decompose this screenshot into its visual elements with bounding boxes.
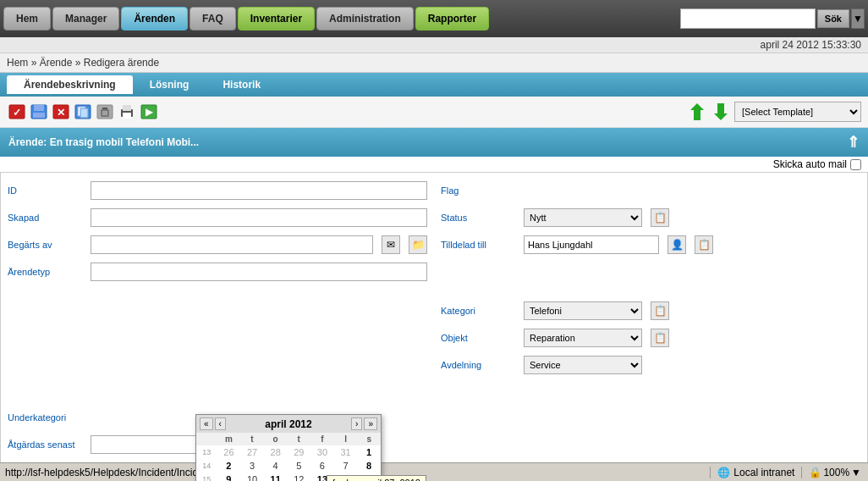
cal-sun-header: s xyxy=(357,433,381,445)
objekt-select[interactable]: Reparation xyxy=(524,329,642,347)
avdelning-label: Avdelning xyxy=(441,360,517,370)
tab-losning[interactable]: Lösning xyxy=(133,75,206,94)
cal-wk-13: 13 xyxy=(196,445,217,459)
arendetyp-label: Ärendetyp xyxy=(8,267,84,277)
zoom-dropdown-icon[interactable]: ▼ xyxy=(851,467,861,478)
tab-arendebeskrivning[interactable]: Ärendebeskrivning xyxy=(7,75,133,94)
svg-rect-9 xyxy=(80,108,88,118)
objekt-label: Objekt xyxy=(441,333,517,343)
intranet-label: Local intranet xyxy=(733,467,794,478)
row-tilldelad: Tilldelad till 👤 📋 xyxy=(441,234,860,256)
cal-day[interactable]: 30 xyxy=(310,445,334,459)
row-arendetyp: Ärendetyp xyxy=(8,261,427,283)
print-icon[interactable] xyxy=(117,102,137,122)
datetime-display: april 24 2012 15:33:30 xyxy=(761,39,861,51)
nav-hem[interactable]: Hem xyxy=(3,7,51,30)
search-dropdown-btn[interactable]: ▼ xyxy=(851,8,865,29)
cal-day[interactable]: 31 xyxy=(334,445,358,459)
row-flag: Flag xyxy=(441,180,860,202)
search-input[interactable] xyxy=(680,8,816,29)
status-bar: http://lsf-helpdesk5/Helpdesk/Incident/I… xyxy=(0,462,868,481)
avdelning-select[interactable]: Service xyxy=(524,356,642,374)
copy-icon[interactable] xyxy=(73,102,93,122)
trash-icon[interactable] xyxy=(95,102,115,122)
atgardas-label: Åtgärdas senast xyxy=(8,440,84,450)
nav-inventarier[interactable]: Inventarier xyxy=(238,7,315,30)
svg-rect-18 xyxy=(123,113,131,119)
cal-day[interactable]: 3 xyxy=(240,459,264,473)
calendar-overlay: « ‹ april 2012 › » m xyxy=(195,414,382,481)
cal-tooltip: fredag, april 27, 2012 xyxy=(327,475,426,481)
id-input[interactable] xyxy=(91,181,427,200)
spacer-right xyxy=(441,261,860,295)
cal-day[interactable]: 29 xyxy=(287,445,310,459)
cal-sat-header: l xyxy=(334,433,358,445)
status-intranet: 🌐 Local intranet xyxy=(710,467,801,478)
delete-icon[interactable]: ✕ xyxy=(51,102,71,122)
export-icon[interactable]: ▶ xyxy=(139,102,159,122)
cal-prev-prev[interactable]: « xyxy=(200,417,213,430)
folder-icon[interactable]: 📁 xyxy=(409,235,427,254)
section-title: Ärende: En trasig mobil Telefoni Mobi... xyxy=(8,136,199,148)
kategori-label: Kategori xyxy=(441,306,517,316)
atgardas-input[interactable] xyxy=(91,435,209,454)
globe-icon: 🌐 xyxy=(717,467,730,478)
nav-administration[interactable]: Administration xyxy=(316,7,414,30)
cal-next[interactable]: › xyxy=(351,417,362,430)
cal-next-next[interactable]: » xyxy=(364,417,377,430)
cal-day[interactable]: 5 xyxy=(287,459,310,473)
begarts-av-input[interactable] xyxy=(91,235,373,254)
arrow-down-icon[interactable] xyxy=(687,102,707,122)
status-zoom: 🔒 100% ▼ xyxy=(801,467,868,478)
cal-day[interactable]: 8 xyxy=(357,459,381,473)
id-label: ID xyxy=(8,185,84,196)
tilldelad-input[interactable] xyxy=(524,235,659,254)
cal-prev[interactable]: ‹ xyxy=(215,417,226,430)
search-button[interactable]: Sök xyxy=(817,9,849,28)
cal-day[interactable]: 27 xyxy=(240,445,264,459)
cal-wk-header xyxy=(196,433,217,445)
user-icon[interactable]: 👤 xyxy=(667,235,686,254)
cal-day[interactable]: 6 xyxy=(310,459,334,473)
skapad-input[interactable] xyxy=(91,208,427,227)
status-select[interactable]: Nytt xyxy=(524,208,642,227)
nav-faq[interactable]: FAQ xyxy=(190,7,236,30)
template-select[interactable]: [Select Template] xyxy=(734,102,861,122)
tab-historik[interactable]: Historik xyxy=(206,75,277,94)
cal-day[interactable]: 11 xyxy=(264,473,288,481)
nav-rapporter[interactable]: Rapporter xyxy=(415,7,489,30)
cal-tue-header: t xyxy=(240,433,264,445)
nav-manager[interactable]: Manager xyxy=(52,7,119,30)
objekt-copy-icon[interactable]: 📋 xyxy=(651,329,669,347)
cal-day[interactable]: 10 xyxy=(240,473,264,481)
cal-day[interactable]: 1 xyxy=(357,445,381,459)
svg-rect-4 xyxy=(33,113,45,118)
tilldelad-label: Tilldelad till xyxy=(441,240,517,250)
flag-label: Flag xyxy=(441,185,517,196)
save-icon[interactable] xyxy=(29,102,49,122)
skapad-label: Skapad xyxy=(8,213,84,223)
kategori-copy-icon[interactable]: 📋 xyxy=(651,301,669,320)
kategori-select[interactable]: Telefoni xyxy=(524,301,642,320)
save-check-icon[interactable]: ✓ xyxy=(7,102,27,122)
cal-week-13: 13 26 27 28 29 30 31 1 xyxy=(196,445,381,459)
cal-thu-header: t xyxy=(287,433,310,445)
sendmail-checkbox[interactable] xyxy=(850,159,861,170)
cal-day[interactable]: 4 xyxy=(264,459,288,473)
cal-day[interactable]: 28 xyxy=(264,445,288,459)
cal-day[interactable]: 12 xyxy=(287,473,310,481)
svg-text:✕: ✕ xyxy=(57,107,65,119)
cal-day[interactable]: 2 xyxy=(217,459,241,473)
arendetyp-input[interactable] xyxy=(91,263,427,281)
status-copy-icon[interactable]: 📋 xyxy=(651,208,669,227)
cal-day[interactable]: 7 xyxy=(334,459,358,473)
email-icon[interactable]: ✉ xyxy=(382,235,400,254)
arrow-up-icon[interactable] xyxy=(711,102,731,122)
toolbar: ✓ ✕ xyxy=(0,97,868,128)
cal-day[interactable]: 26 xyxy=(217,445,241,459)
nav-arenden[interactable]: Ärenden xyxy=(121,7,188,30)
collapse-icon[interactable]: ⇑ xyxy=(847,133,860,152)
section-header: Ärende: En trasig mobil Telefoni Mobi...… xyxy=(0,128,868,157)
user-copy-icon[interactable]: 📋 xyxy=(695,235,713,254)
cal-day[interactable]: 9 xyxy=(217,473,241,481)
